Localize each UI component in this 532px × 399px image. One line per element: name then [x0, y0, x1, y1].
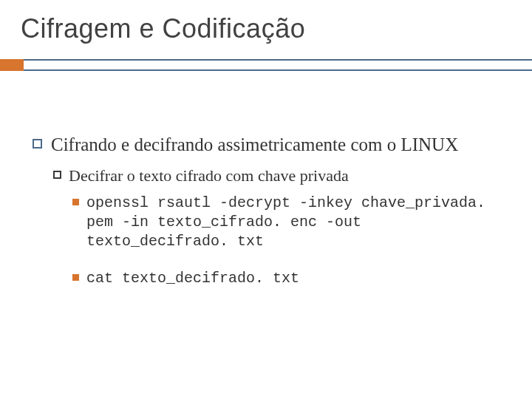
bullet-level-1: Cifrando e decifrando assimetricamente c… [33, 133, 502, 156]
bullet-level-3: openssl rsautl -decrypt -inkey chave_pri… [72, 194, 502, 251]
accent-bar [0, 59, 24, 71]
slide-title: Cifragem e Codificação [0, 0, 532, 44]
content-area: Cifrando e decifrando assimetricamente c… [0, 44, 532, 288]
hollow-square-icon [53, 171, 61, 179]
lvl3-text-a: openssl rsautl -decrypt -inkey chave_pri… [86, 194, 500, 251]
bullet-level-2: Decifrar o texto cifrado com chave priva… [53, 166, 502, 185]
hollow-square-icon [33, 139, 42, 149]
slide: Cifragem e Codificação Cifrando e decifr… [0, 0, 532, 399]
horizontal-rule [0, 59, 532, 71]
bullet-level-3: cat texto_decifrado. txt [72, 269, 502, 288]
lvl1-text: Cifrando e decifrando assimetricamente c… [51, 133, 458, 156]
lvl3-text-b: cat texto_decifrado. txt [86, 269, 299, 288]
filled-square-icon [72, 274, 79, 281]
lvl2-text: Decifrar o texto cifrado com chave priva… [69, 166, 349, 185]
filled-square-icon [72, 199, 79, 205]
